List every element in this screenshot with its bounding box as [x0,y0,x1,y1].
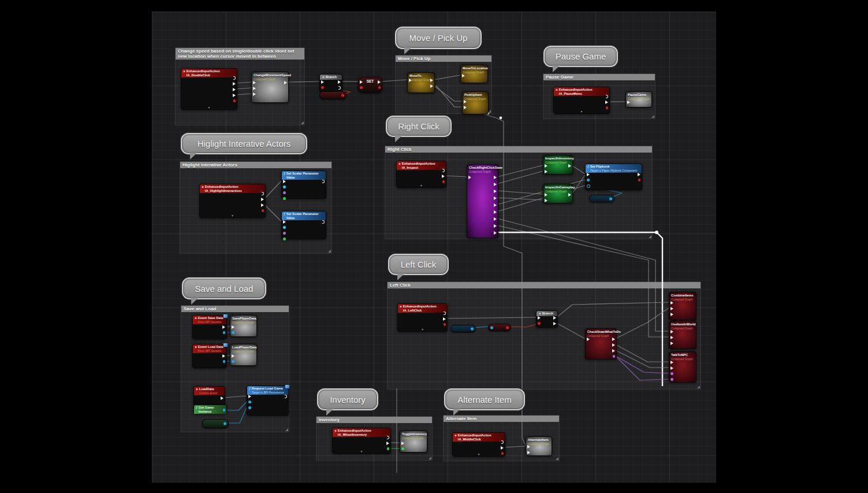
data-pin-icon[interactable] [471,327,474,330]
blue-pin[interactable] [232,331,234,334]
enhanced-input-ia-inspect[interactable]: ◈EnhancedInputAction IA_Inspect▼ [396,161,446,188]
exec-pin[interactable] [464,106,467,109]
bool-pill-doubleclick[interactable] [319,91,347,99]
purple-pin[interactable] [613,355,616,358]
get-game-instance[interactable]: ƒGet Game Instance [193,405,227,414]
enhanced-input-ia-middleclick[interactable]: ◈EnhancedInputAction IA_MiddleClick▼ [452,432,505,457]
comment-bubble[interactable]: Left Click [388,254,449,275]
blue-pin[interactable] [587,179,590,181]
exec-pin[interactable] [670,366,673,370]
leftclick-pill-b[interactable] [488,324,511,331]
blue-pin[interactable] [232,360,234,363]
cyan-pin[interactable] [587,184,590,188]
exec-pin[interactable] [262,192,264,195]
collapse-chevron-icon[interactable]: ▼ [231,214,234,217]
exec-pin[interactable] [233,76,236,80]
exec-pin[interactable] [233,94,236,97]
green-pin[interactable] [401,447,404,450]
exec-pin[interactable] [338,80,341,84]
flipbook-pill[interactable] [589,195,614,202]
red-pin[interactable] [442,180,445,183]
red-pin[interactable] [606,106,609,109]
exec-pin[interactable] [248,395,251,398]
exec-pin[interactable] [494,217,497,221]
cyan-pin[interactable] [283,186,286,188]
exec-pin[interactable] [538,316,541,320]
save-game-pill[interactable] [202,419,229,428]
move-to-location[interactable]: MoveToLocationCollapsed Graph [460,65,488,83]
collapse-chevron-icon[interactable]: ▼ [420,184,423,187]
exec-pin[interactable] [501,440,504,444]
exec-pin[interactable] [462,74,465,77]
exec-pin[interactable] [670,336,673,339]
exec-pin[interactable] [401,442,404,445]
comment-bubble[interactable]: Pause Game [543,46,618,67]
exec-pin[interactable] [545,199,547,202]
exec-pin[interactable] [612,343,615,347]
exec-pin[interactable] [527,445,530,448]
exec-pin[interactable] [494,176,497,179]
comment-bubble[interactable]: Higlight Interative Actors [181,133,307,154]
blue-pin[interactable] [223,331,226,334]
check-state-what-to-do[interactable]: CheckStateWhatToDoCollapsed Graph [585,328,617,359]
change-movement-speed[interactable]: ChangeMovementSpeedCollapsed Graph [251,72,289,103]
exec-pin[interactable] [221,396,223,400]
exec-pin[interactable] [430,79,433,82]
enhanced-input-ia-doubleclick[interactable]: ◈EnhancedInputAction IA_DoubleClick▼ [181,68,237,110]
exec-pin[interactable] [568,164,571,168]
event-save-data[interactable]: ◈Event Save DataFrom BPI Savable [192,315,227,339]
exec-pin[interactable] [553,322,556,325]
exec-pin[interactable] [606,95,608,98]
set-speed[interactable]: SET [358,77,382,93]
green-pin[interactable] [283,238,286,240]
exec-pin[interactable] [443,317,446,321]
blue-pin[interactable] [223,409,226,412]
branch-2[interactable]: ◄Branch [536,310,558,328]
talk-to-npc[interactable]: TalkToNPCCollapsed Graph [669,351,696,383]
data-pin-icon[interactable] [609,197,612,200]
exec-pin[interactable] [501,446,504,450]
exec-pin[interactable] [468,176,471,179]
collapse-chevron-icon[interactable]: ▼ [580,110,583,113]
comment-bubble[interactable]: Save and Load [182,277,266,299]
exec-pin[interactable] [670,307,673,310]
inspect-in-gameplay[interactable]: InspectInGameplayCollapsed Graph [543,184,573,203]
exec-pin[interactable] [232,354,234,358]
data-pin-icon[interactable] [341,94,344,97]
move-to[interactable]: MoveToCollapsed Graph [407,72,435,93]
exec-pin[interactable] [545,193,547,197]
exec-pin[interactable] [261,203,264,207]
exec-pin[interactable] [444,312,446,315]
reroute-node[interactable] [500,117,502,120]
exec-pin[interactable] [430,84,433,88]
purple-pin[interactable] [283,191,286,194]
exec-pin[interactable] [612,349,615,353]
load-data-event[interactable]: ◈LoadDataCustom Event [193,386,225,406]
purple-pin[interactable] [670,378,673,381]
exec-pin[interactable] [587,338,590,341]
exec-pin[interactable] [409,79,412,82]
toggle-inventory[interactable]: ToggleInventoryCollapsed Graph [400,431,427,453]
red-pin[interactable] [262,209,265,212]
exec-pin[interactable] [545,164,547,168]
collapse-chevron-icon[interactable]: ▼ [208,106,211,109]
exec-pin[interactable] [494,224,497,228]
exec-pin[interactable] [494,203,497,207]
exec-pin[interactable] [627,101,630,104]
leftclick-pill-a[interactable] [450,325,476,332]
exec-pin[interactable] [232,325,234,329]
data-pin-icon[interactable] [490,326,493,329]
set-scalar-parameter-value-2[interactable]: ƒSet Scalar Parameter Value [281,211,326,239]
exec-pin[interactable] [233,82,236,86]
exec-pin[interactable] [386,442,389,445]
comment-bubble[interactable]: Move / Pick Up [395,27,482,49]
exec-pin[interactable] [670,313,673,316]
exec-pin[interactable] [545,170,547,173]
exec-pin[interactable] [261,198,264,201]
blue-pin[interactable] [248,401,251,403]
combine-items[interactable]: CombineItemsCollapsed Graph [669,292,696,320]
collapse-chevron-icon[interactable]: ▼ [360,450,363,453]
enhanced-input-ia-wheelinventory[interactable]: ◈EnhancedInputAction IA_WheelInventory▼ [332,428,391,454]
exec-pin[interactable] [494,183,497,186]
red-pin[interactable] [321,86,324,89]
